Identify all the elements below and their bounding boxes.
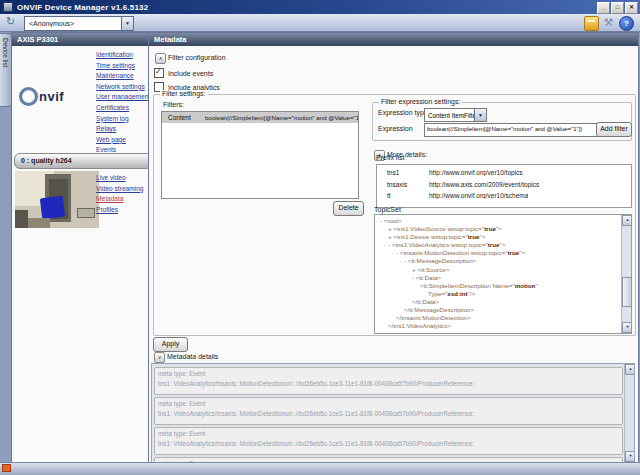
metadata-entry-topic: tns1: VideoAnalytics/tnsaxis: MotionDete… [158, 439, 619, 449]
maintenance-tools-icon[interactable]: ⚒ [602, 16, 615, 29]
device-link[interactable]: System log [96, 114, 150, 125]
scroll-up-icon[interactable]: ▲ [622, 215, 632, 226]
prefix-row: tnsaxis http://www.axis.com/2009/event/t… [377, 179, 631, 191]
xml-line[interactable]: - <root> [377, 217, 620, 225]
add-filter-button[interactable]: Add filter [596, 122, 632, 137]
close-button[interactable]: ✕ [625, 2, 638, 14]
xml-line[interactable]: </tt:MessageDescription> [377, 306, 620, 314]
topicset-scrollbar[interactable]: ▲ ▼ [621, 215, 631, 333]
profile-link[interactable]: Video streaming [96, 184, 144, 195]
filter-configuration-collapse-button[interactable] [155, 53, 166, 64]
chevron-down-icon[interactable]: ▼ [474, 109, 486, 121]
window-title: ONVIF Device Manager v1.6.5132 [17, 3, 148, 12]
sidebar: AXIS P3301 nvif Identification Time sett… [11, 32, 149, 465]
xml-line[interactable]: <tt:SimpleItemDescription Name="motion" [377, 282, 620, 290]
metadata-details-collapse-button[interactable] [154, 352, 165, 363]
device-link[interactable]: Identification [96, 50, 150, 61]
minimize-button[interactable]: _ [597, 2, 610, 14]
scroll-down-icon[interactable]: ▼ [622, 322, 632, 333]
device-list-tab-label: Device list [2, 38, 9, 68]
user-dropdown-value: <Anonymous> [25, 20, 121, 27]
xml-line[interactable]: - <tt:MessageDescription> [377, 257, 620, 265]
device-link[interactable]: User management [96, 92, 150, 103]
device-link[interactable]: Web page [96, 135, 150, 146]
profile-header: 0 : quality h264 [14, 153, 152, 169]
xml-line[interactable]: </tt:Data> [377, 298, 620, 306]
status-indicator [2, 464, 11, 472]
xml-line[interactable]: - <tt:Data> [377, 274, 620, 282]
topicset-xml-lines: - <root> + <tns1:VideoSource wstop:topic… [377, 217, 620, 333]
status-bar [0, 462, 640, 475]
main-panel: Metadata Filter configuration Include ev… [148, 32, 639, 465]
metadata-entry-topic: tns1: VideoAnalytics/tnsaxis: MotionDete… [158, 379, 619, 389]
metadata-entry: meta type: Event tns1: VideoAnalytics/tn… [154, 427, 623, 455]
expression-label: Expression [378, 125, 413, 132]
xml-line[interactable]: - <tns1:VideoAnalytics wstop:topic="true… [377, 241, 620, 249]
onvif-logo: nvif [19, 87, 64, 106]
apply-button[interactable]: Apply [153, 337, 188, 352]
filter-row[interactable]: Content boolean(//SimpleItem[@Name="moti… [162, 112, 358, 123]
event-log-icon[interactable] [584, 16, 599, 31]
xml-line[interactable]: </tns1:VideoAnalytics> [377, 322, 620, 330]
metadata-entries: meta type: Event tns1: VideoAnalytics/tn… [153, 365, 623, 462]
metadata-entry: meta type: Event tns1: VideoAnalytics/tn… [154, 397, 623, 425]
metadata-entry-type: meta type: Event [158, 399, 619, 409]
xml-line[interactable]: Type="xsd:int"/> [377, 290, 620, 298]
help-icon[interactable]: ? [619, 16, 634, 31]
title-bar: ONVIF Device Manager v1.6.5132 _ □ ✕ [0, 0, 640, 14]
metadata-scrollbar[interactable]: ▲ ▼ [624, 364, 634, 462]
prefix-row: tt http://www.onvif.org/ver10/schema [377, 190, 631, 202]
device-link[interactable]: Relays [96, 124, 150, 135]
prefix-name: tnsaxis [377, 181, 429, 188]
scroll-thumb[interactable] [622, 277, 632, 307]
filter-type-cell: Content [162, 114, 205, 121]
app-icon[interactable] [3, 2, 13, 12]
filter-expression-legend: Filter expression settings: [379, 98, 462, 105]
xml-line[interactable]: + <tns1:VideoSource wstop:topic="true"> [377, 225, 620, 233]
prefix-list-label: Prefix list [376, 154, 404, 161]
device-link[interactable]: Time settings [96, 61, 150, 72]
checkbox[interactable] [154, 68, 164, 78]
metadata-entry-type: meta type: Event [158, 429, 619, 439]
onvif-logo-ring-icon [19, 87, 38, 106]
filters-list: Content boolean(//SimpleItem[@Name="moti… [161, 111, 359, 199]
metadata-entry-type: meta type: Event [158, 369, 619, 379]
device-name-header: AXIS P3301 [12, 33, 148, 46]
prefix-name: tns1 [377, 169, 429, 176]
toolbar: ↻ <Anonymous> ▼ ⚒ ? [0, 14, 640, 32]
page-title: Metadata [149, 33, 638, 46]
snapshot-blue-object [40, 196, 65, 220]
xml-line[interactable]: + <tt:Source> [377, 266, 620, 274]
chevron-down-icon[interactable]: ▼ [121, 17, 133, 30]
snapshot-shadow [15, 210, 28, 228]
device-link[interactable]: Maintenance [96, 71, 150, 82]
profile-link[interactable]: Metadata [96, 194, 144, 205]
metadata-details-label: Metadata details [167, 353, 218, 360]
profile-link[interactable]: Live video [96, 173, 144, 184]
expression-type-dropdown[interactable]: Content ItemFilter ▼ [424, 108, 487, 122]
xml-line[interactable]: - <tnsaxis:MotionDetection wstop:topic="… [377, 249, 620, 257]
camera-snapshot [15, 171, 99, 228]
prefix-name: tt [377, 192, 429, 199]
filters-label: Filters: [163, 101, 184, 108]
maximize-button[interactable]: □ [611, 2, 624, 14]
xml-line[interactable]: </tnsaxis:MotionDetection> [377, 314, 620, 322]
xml-line[interactable]: + <tns1:Device wstop:topic="true"> [377, 233, 620, 241]
prefix-row: tns1 http://www.onvif.org/ver10/topics [377, 167, 631, 179]
expression-input[interactable]: boolean(//SimpleItem[@Name="motion" and … [424, 123, 599, 137]
refresh-icon[interactable]: ↻ [6, 15, 15, 28]
prefix-uri: http://www.onvif.org/ver10/schema [429, 192, 528, 199]
checkbox-label: Include events [168, 70, 213, 77]
delete-button[interactable]: Delete [333, 201, 364, 216]
filter-settings-legend: Filter settings: [160, 90, 208, 97]
expression-type-label: Expression type: [378, 109, 430, 116]
user-dropdown[interactable]: <Anonymous> ▼ [24, 16, 134, 31]
device-link[interactable]: Certificates [96, 103, 150, 114]
metadata-entry-topic: tns1: VideoAnalytics/tnsaxis: MotionDete… [158, 409, 619, 419]
checkbox-row[interactable]: Include events [154, 66, 220, 80]
scroll-down-icon[interactable]: ▼ [625, 451, 635, 462]
snapshot-equipment [77, 208, 95, 219]
device-link[interactable]: Network settings [96, 82, 150, 93]
profile-link[interactable]: Profiles [96, 205, 144, 216]
scroll-up-icon[interactable]: ▲ [625, 364, 635, 375]
